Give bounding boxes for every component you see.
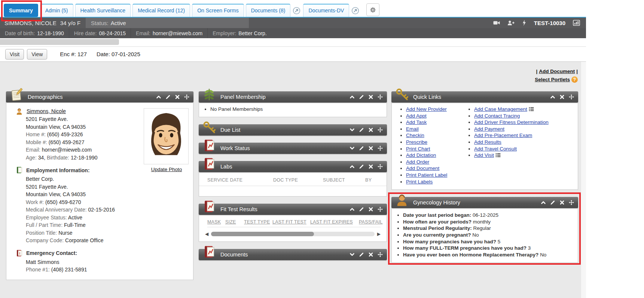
hire-date-segment: Hire date: 08-24-2015 — [69, 28, 131, 38]
edit-portlet-icon[interactable] — [359, 164, 364, 169]
sortable-column-header[interactable]: TEST TYPE — [244, 219, 272, 225]
green-book-icon — [15, 166, 23, 174]
move-portlet-icon[interactable] — [378, 94, 383, 100]
move-portlet-icon[interactable] — [378, 207, 383, 212]
column-header: DOC TYPE — [273, 177, 323, 183]
view-button[interactable]: View — [27, 49, 47, 60]
quick-link[interactable]: Prescribe — [406, 139, 427, 145]
expand-portlet-icon[interactable] — [350, 146, 355, 151]
settings-gear-button[interactable] — [366, 3, 379, 16]
tab-admin[interactable]: Admin (5) — [40, 4, 73, 17]
quick-link[interactable]: Add Contact Tracing — [474, 113, 520, 119]
move-portlet-icon[interactable] — [378, 127, 383, 133]
close-portlet-icon[interactable] — [559, 94, 565, 100]
lightning-bolt-icon[interactable] — [522, 20, 527, 26]
help-icon[interactable]: ? — [571, 76, 578, 83]
collapse-portlet-icon[interactable] — [350, 207, 355, 212]
quick-link-item: Add Task — [406, 119, 468, 126]
edit-portlet-icon[interactable] — [550, 200, 555, 205]
move-portlet-icon[interactable] — [569, 200, 574, 205]
tab-medical-record[interactable]: Medical Record (12) — [132, 4, 190, 17]
move-portlet-icon[interactable] — [184, 94, 189, 100]
quick-link[interactable]: Add New Provider — [406, 106, 447, 112]
popout-documents-icon[interactable] — [292, 6, 300, 15]
close-portlet-icon[interactable] — [175, 94, 180, 100]
expand-portlet-icon[interactable] — [350, 252, 355, 257]
sortable-column-header[interactable]: LAST FIT EXPIRES — [310, 219, 359, 225]
vertical-scrollbar[interactable] — [581, 62, 586, 298]
quick-link[interactable]: Add Dictation — [406, 152, 436, 158]
close-portlet-icon[interactable] — [559, 200, 565, 205]
quick-link[interactable]: Print Chart — [406, 146, 430, 152]
tab-documents-dv[interactable]: Documents-DV — [303, 4, 349, 17]
move-portlet-icon[interactable] — [378, 252, 383, 257]
bar-chart-icon[interactable] — [573, 20, 580, 26]
edit-portlet-icon[interactable] — [165, 94, 171, 100]
collapse-portlet-icon[interactable] — [350, 164, 355, 169]
tab-on-screen-forms[interactable]: On Screen Forms — [192, 4, 244, 17]
collapse-portlet-icon[interactable] — [156, 94, 161, 100]
close-portlet-icon[interactable] — [368, 164, 373, 169]
telemedicine-camera-icon[interactable] — [493, 20, 500, 25]
red-book-icon — [15, 249, 23, 257]
close-portlet-icon[interactable] — [368, 127, 373, 133]
close-portlet-icon[interactable] — [368, 207, 373, 212]
expand-portlet-icon[interactable] — [350, 127, 355, 133]
edit-portlet-icon[interactable] — [359, 127, 364, 133]
quick-link[interactable]: Add Document — [406, 165, 439, 171]
edit-portlet-icon[interactable] — [359, 207, 364, 212]
move-portlet-icon[interactable] — [378, 146, 383, 151]
edit-portlet-icon[interactable] — [359, 146, 364, 151]
popout-documents-dv-icon[interactable] — [351, 6, 359, 15]
quick-link-item: Print Chart — [406, 146, 468, 152]
quick-link[interactable]: Add Results — [474, 139, 501, 145]
quick-link[interactable]: Print Labels — [406, 179, 433, 185]
quick-link[interactable]: Add Driver Fitness Determination — [474, 119, 549, 125]
quick-link[interactable]: Add Travel Consult — [474, 146, 517, 152]
quick-link[interactable]: Add Payment — [474, 126, 504, 132]
quick-link[interactable]: Print Patient Label — [406, 172, 447, 178]
quick-link[interactable]: Add Appt — [406, 113, 427, 119]
close-portlet-icon[interactable] — [368, 252, 373, 257]
add-person-icon[interactable] — [507, 20, 515, 25]
scrollbar-track[interactable] — [211, 232, 375, 236]
collapse-portlet-icon[interactable] — [541, 200, 546, 205]
position-title-line: Position Title: Nurse — [26, 229, 189, 237]
quick-link[interactable]: Add Pre-Placement Exam — [474, 133, 532, 138]
quick-links-header: Quick Links — [391, 91, 578, 103]
add-document-link[interactable]: Add Document — [539, 69, 575, 74]
collapse-portlet-icon[interactable] — [350, 94, 355, 100]
tab-summary[interactable]: Summary — [4, 4, 38, 17]
select-portlets-link[interactable]: Select Portlets — [535, 77, 570, 82]
subheader-strip-row — [0, 39, 586, 47]
quick-link[interactable]: Add Case Management — [474, 106, 527, 112]
edit-portlet-icon[interactable] — [359, 252, 364, 257]
update-photo-link[interactable]: Update Photo — [151, 167, 182, 172]
scroll-left-arrow-icon[interactable]: ◀ — [205, 232, 208, 236]
quick-link[interactable]: Checkin — [406, 133, 424, 138]
close-portlet-icon[interactable] — [368, 146, 373, 151]
portlet-title: Work Status — [220, 145, 250, 151]
webchart-app: Summary Admin (5) Health Surveillance Me… — [0, 0, 586, 298]
move-portlet-icon[interactable] — [569, 94, 574, 100]
quick-link[interactable]: Add Order — [406, 159, 429, 165]
sortable-column-header[interactable]: MASK — [207, 219, 225, 225]
tab-health-surveillance[interactable]: Health Surveillance — [75, 4, 131, 17]
sortable-column-header[interactable]: PASS/FAIL — [359, 219, 382, 225]
move-portlet-icon[interactable] — [378, 164, 383, 169]
edit-portlet-icon[interactable] — [359, 94, 364, 100]
patient-name-link[interactable]: Simmons, Nicole — [27, 108, 66, 114]
quick-link[interactable]: Add Task — [406, 119, 427, 125]
sortable-column-header[interactable]: LAST FIT TEST — [272, 219, 310, 225]
horizontal-scrollbar[interactable] — [0, 39, 119, 45]
visit-button[interactable]: Visit — [5, 49, 24, 60]
gyn-history-item: How many pregnancies have you had? 5 — [403, 238, 574, 245]
scroll-right-arrow-icon[interactable]: ▶ — [377, 232, 381, 236]
scrollbar-thumb[interactable] — [211, 232, 314, 236]
close-portlet-icon[interactable] — [368, 94, 373, 100]
tab-documents[interactable]: Documents (8) — [246, 4, 291, 17]
sortable-column-header[interactable]: SIZE — [225, 219, 244, 225]
collapse-portlet-icon[interactable] — [550, 94, 555, 100]
quick-link[interactable]: Email — [406, 126, 419, 132]
quick-link[interactable]: Add Visit — [474, 152, 494, 158]
